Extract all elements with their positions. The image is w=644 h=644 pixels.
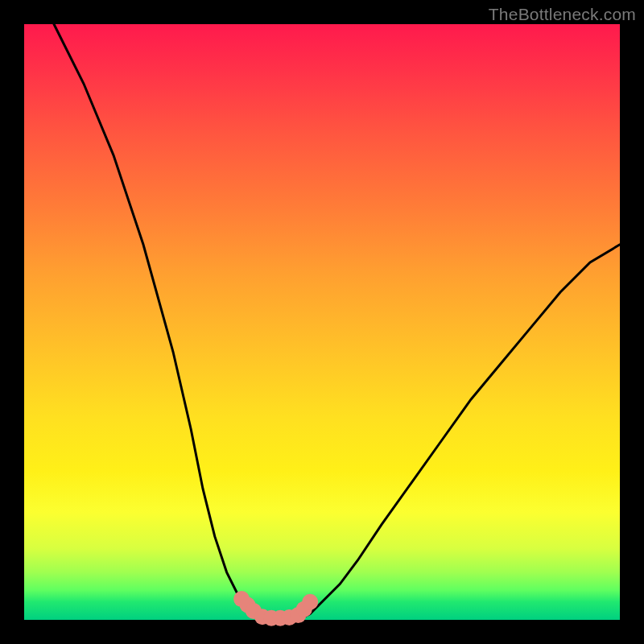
data-point — [302, 594, 318, 610]
points-layer — [233, 591, 318, 626]
chart-frame: TheBottleneck.com — [0, 0, 644, 644]
plot-area — [24, 24, 620, 620]
watermark-text: TheBottleneck.com — [489, 5, 636, 24]
right-curve — [298, 245, 620, 620]
left-curve-path — [54, 24, 262, 620]
left-curve — [54, 24, 262, 620]
right-curve-path — [298, 245, 620, 620]
curve-layer — [24, 24, 620, 620]
